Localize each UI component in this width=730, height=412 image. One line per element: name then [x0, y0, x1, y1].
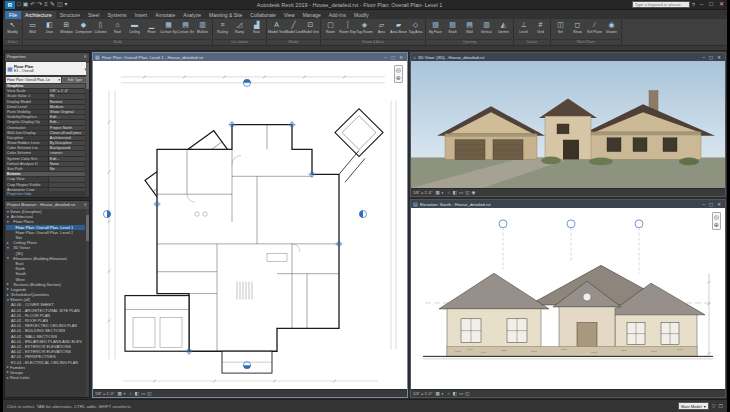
three-d-canvas[interactable]: [411, 61, 725, 188]
property-value[interactable]: Project North: [48, 126, 85, 130]
ribbon-tab[interactable]: Architecture: [21, 11, 56, 19]
revit-logo-icon[interactable]: R: [5, 1, 15, 9]
qat-icon[interactable]: ✎: [50, 0, 55, 9]
window-control-button[interactable]: ▢: [389, 55, 397, 60]
ribbon-tool-button[interactable]: ◧ Door: [41, 19, 58, 35]
ribbon-tool-button[interactable]: ◉ Viewer: [603, 19, 620, 35]
elevation-canvas[interactable]: ◎ ⊕: [411, 208, 725, 389]
floor-plan-window-titlebar[interactable]: ▦ Floor Plan: Overall Plan- Level 1 - Ho…: [93, 53, 407, 61]
view-control-icon[interactable]: ◐: [442, 391, 445, 396]
ribbon-tool-button[interactable]: ▧ Shaft: [444, 19, 461, 35]
view-control-icon[interactable]: ▭: [141, 391, 145, 396]
ribbon-tool-button[interactable]: ┆ Room Separator: [339, 19, 356, 35]
view-control-icon[interactable]: ▭: [459, 391, 463, 396]
view-control-icon[interactable]: ◱: [147, 391, 151, 396]
help-icon[interactable]: ?: [692, 2, 695, 8]
window-control-button[interactable]: ✕: [715, 55, 723, 60]
ribbon-tool-button[interactable]: ◿ Ramp: [231, 19, 248, 35]
ribbon-tab[interactable]: File: [5, 11, 21, 19]
property-value[interactable]: Normal: [48, 100, 85, 104]
ribbon-tool-button[interactable]: ◻ Show: [569, 19, 586, 35]
property-value[interactable]: [48, 183, 85, 187]
ribbon-tool-button[interactable]: ▢ Room: [322, 19, 339, 35]
properties-help-link[interactable]: Properties help: [7, 192, 31, 196]
ribbon-tool-button[interactable]: ▦ Curtain System: [160, 19, 177, 35]
ribbon-tool-button[interactable]: ∕ Ref Plane: [586, 19, 603, 35]
ribbon-tool-button[interactable]: ◇ Tag Area: [407, 19, 424, 35]
ribbon-tool-button[interactable]: ⊡ Model Group: [302, 19, 319, 35]
ribbon-tool-button[interactable]: ▨ By Face: [427, 19, 444, 35]
ribbon-tab[interactable]: Analyze: [179, 11, 205, 19]
browser-item[interactable]: ▸ Revit Links: [6, 375, 85, 380]
ribbon-tool-button[interactable]: ▯ Column: [92, 19, 109, 35]
view-control-icon[interactable]: ☼: [447, 190, 451, 195]
view-control-icon[interactable]: ▦: [118, 391, 122, 396]
ribbon-tab[interactable]: Manage: [299, 11, 325, 19]
steering-wheel-icon[interactable]: ◎: [713, 213, 720, 221]
view-control-icon[interactable]: ◉: [471, 190, 475, 195]
edit-type-button[interactable]: Edit Type: [62, 77, 88, 84]
filter-icon[interactable]: ▽: [712, 403, 716, 409]
view-control-icon[interactable]: ◱: [465, 391, 469, 396]
type-selector[interactable]: ▦ Floor Plan E1 - Overall ▾: [6, 62, 88, 75]
view-scale[interactable]: 1/8" = 1'-0": [95, 391, 115, 396]
window-control-button[interactable]: ▢: [707, 202, 715, 207]
view-control-icon[interactable]: ▦: [436, 391, 440, 396]
property-value[interactable]: Architectural: [48, 136, 85, 140]
ribbon-tool-button[interactable]: A Model Text: [268, 19, 285, 35]
search-input[interactable]: [632, 1, 690, 8]
qat-icon[interactable]: □: [17, 0, 21, 9]
property-value[interactable]: No: [48, 167, 85, 171]
zoom-icon[interactable]: ⊕: [395, 74, 402, 82]
view-control-icon[interactable]: ▦: [436, 190, 440, 195]
view-control-icon[interactable]: ◐: [124, 391, 127, 396]
ribbon-tool-button[interactable]: ⊞ Window: [58, 19, 75, 35]
view-scale[interactable]: 1/4" = 1'-0": [413, 391, 433, 396]
view-control-icon[interactable]: ☼: [129, 391, 133, 396]
ribbon-tool-button[interactable]: ▰ Area Boundary: [390, 19, 407, 35]
ribbon-tool-button[interactable]: ≡ Railing: [214, 19, 231, 35]
property-value[interactable]: Edit...: [48, 115, 85, 119]
ribbon-tool-button[interactable]: ◫ Set: [552, 19, 569, 35]
view-selector-combo[interactable]: Floor Plan: Overall Plan- Le ▾: [6, 77, 61, 84]
qat-icon[interactable]: ↷: [37, 0, 42, 9]
property-value[interactable]: Show Original: [48, 110, 85, 114]
ribbon-tool-button[interactable]: ▤ Curtain Grid: [177, 19, 194, 35]
ribbon-tool-button[interactable]: # Grid: [532, 19, 549, 35]
ribbon-tab[interactable]: Modify: [350, 11, 373, 19]
property-value[interactable]: [48, 177, 85, 181]
ribbon-tool-button[interactable]: ▁ Floor: [143, 19, 160, 35]
view-control-icon[interactable]: ◧: [453, 391, 457, 396]
scrollbar[interactable]: [86, 209, 89, 397]
ribbon-tab[interactable]: Add-Ins: [325, 11, 350, 19]
property-value[interactable]: [48, 188, 85, 191]
ribbon-tab[interactable]: Massing & Site: [205, 11, 246, 19]
view-control-icon[interactable]: ☼: [447, 391, 451, 396]
property-value[interactable]: Clean all wall joins: [48, 131, 85, 135]
ribbon-tool-button[interactable]: ⊥ Level: [515, 19, 532, 35]
steering-wheel-icon[interactable]: ◎: [395, 66, 402, 74]
property-value[interactable]: 96: [48, 94, 85, 98]
view-control-icon[interactable]: ◧: [453, 190, 457, 195]
floor-plan-canvas[interactable]: ◎ ⊕: [93, 61, 407, 389]
view-control-icon[interactable]: ◱: [465, 190, 469, 195]
ribbon-tool-button[interactable]: ▥ Vertical: [478, 19, 495, 35]
property-value[interactable]: <none>: [48, 151, 85, 155]
view-control-icon[interactable]: ▭: [459, 190, 463, 195]
window-control-button[interactable]: ✕: [397, 55, 405, 60]
property-value[interactable]: By Discipline: [48, 141, 85, 145]
ribbon-tool-button[interactable]: ▱ Area: [373, 19, 390, 35]
view-control-icon[interactable]: ◐: [442, 190, 445, 195]
ribbon-tool-button[interactable]: ▭ Wall: [24, 19, 41, 35]
property-value[interactable]: Edit...: [48, 120, 85, 124]
ribbon-tab[interactable]: View: [280, 11, 299, 19]
ribbon-tool-button[interactable]: ⌂ Roof: [109, 19, 126, 35]
property-value[interactable]: Edit...: [48, 157, 85, 161]
qat-icon[interactable]: ▣: [23, 0, 29, 9]
filter-icon[interactable]: ☐: [719, 403, 723, 409]
ribbon-tool-button[interactable]: ▟ Stair: [248, 19, 265, 35]
ribbon-tool-button[interactable]: ▬ Ceiling: [126, 19, 143, 35]
qat-icon[interactable]: ↶: [30, 0, 35, 9]
ribbon-tool-button[interactable]: ↖ Modify: [4, 19, 21, 35]
scrollbar[interactable]: [86, 61, 89, 197]
